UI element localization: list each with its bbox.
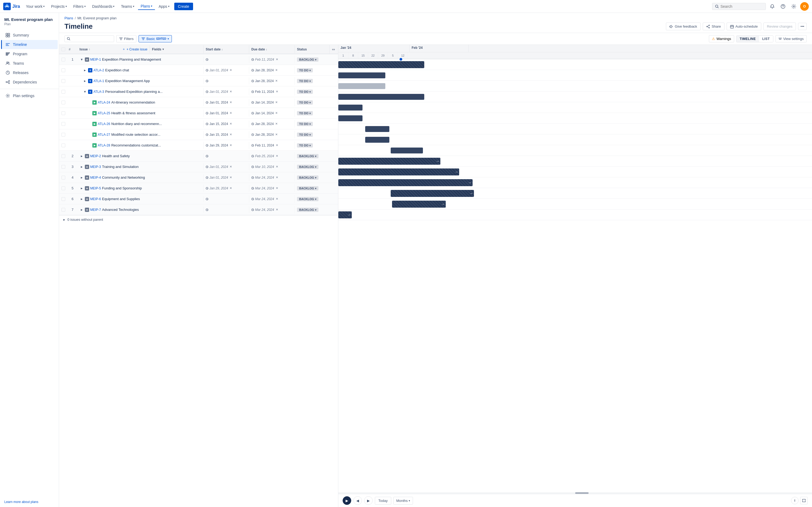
toolbar-search[interactable] [64, 36, 114, 42]
gantt-bar[interactable]: → [338, 168, 459, 175]
nav-back-button[interactable]: ◀ [353, 496, 362, 505]
nav-projects[interactable]: Projects ▾ [48, 3, 69, 10]
nav-apps[interactable]: Apps ▾ [156, 3, 172, 10]
nav-teams[interactable]: Teams ▾ [118, 3, 137, 10]
row-due-date[interactable]: Mar 10, 2024 ✕ [249, 163, 295, 170]
warnings-button[interactable]: ⚠ Warnings [709, 35, 734, 42]
nav-next-button[interactable]: ▶ [364, 496, 373, 505]
issue-key[interactable]: ATLA-28 [98, 144, 110, 147]
gantt-bar[interactable] [365, 126, 389, 132]
status-badge[interactable]: TO DO ▾ [297, 79, 313, 83]
row-due-date[interactable]: Mar 24, 2024 ✕ [249, 206, 295, 213]
sidebar-item-plan-settings[interactable]: Plan settings [1, 91, 58, 100]
expand-button[interactable]: ▸ [80, 197, 84, 201]
issue-key[interactable]: ATLA-3 [93, 90, 104, 94]
row-status[interactable]: TO DO ▾ [295, 88, 329, 96]
issue-key[interactable]: MEIP-5 [90, 186, 101, 190]
header-issue[interactable]: Issue ↕ [77, 45, 120, 53]
status-badge[interactable]: BACKLOG ▾ [297, 57, 318, 62]
issue-key[interactable]: ATLA-25 [98, 111, 110, 115]
row-due-date[interactable]: Jan 28, 2024 ✕ [249, 131, 295, 138]
list-toggle[interactable]: LIST [759, 36, 773, 42]
row-start-date[interactable]: Jan 01, 2024 ✕ [203, 67, 249, 74]
row-checkbox[interactable] [59, 110, 68, 117]
status-badge[interactable]: TO DO ▾ [297, 132, 313, 137]
row-status[interactable]: BACKLOG ▾ [295, 152, 329, 160]
review-changes-button[interactable]: Review changes [763, 22, 796, 30]
row-checkbox[interactable] [59, 131, 68, 138]
header-fields[interactable]: Fields ▾ [150, 45, 203, 53]
basic-filter-button[interactable]: Basic EDITED ▾ [139, 35, 171, 42]
row-status[interactable]: BACKLOG ▾ [295, 56, 329, 63]
row-checkbox[interactable] [59, 120, 68, 127]
gantt-bar[interactable]: → [338, 179, 472, 186]
row-checkbox[interactable] [59, 153, 68, 160]
sidebar-item-dependencies[interactable]: Dependencies [1, 77, 58, 87]
status-badge[interactable]: BACKLOG ▾ [297, 197, 318, 201]
status-badge[interactable]: TO DO ▾ [297, 143, 313, 148]
give-feedback-button[interactable]: Give feedback [666, 22, 701, 30]
sidebar-item-releases[interactable]: Releases [1, 68, 58, 77]
view-settings-button[interactable]: View settings [775, 35, 807, 42]
row-start-date[interactable] [203, 207, 249, 213]
nav-your-work[interactable]: Your work ▾ [23, 3, 47, 10]
row-checkbox[interactable] [59, 77, 68, 84]
nav-filters[interactable]: Filters ▾ [70, 3, 88, 10]
timeline-toggle[interactable]: TIMELINE [737, 36, 759, 42]
row-due-date[interactable]: Jan 14, 2024 ✕ [249, 110, 295, 117]
row-due-date[interactable]: Mar 24, 2024 ✕ [249, 174, 295, 181]
create-issue-button[interactable]: ＋ + Create issue [120, 45, 150, 54]
row-start-date[interactable] [203, 78, 249, 84]
expand-collapse-icon[interactable]: ⇔ [332, 47, 335, 52]
no-parent-issues[interactable]: ▸ 0 issues without parent [59, 215, 338, 224]
row-start-date[interactable]: Jan 15, 2024 ✕ [203, 131, 249, 138]
row-start-date[interactable]: Jan 01, 2024 ✕ [203, 88, 249, 95]
fullscreen-button[interactable] [800, 497, 808, 504]
row-status[interactable]: BACKLOG ▾ [295, 184, 329, 192]
row-status[interactable]: TO DO ▾ [295, 66, 329, 74]
nav-dashboards[interactable]: Dashboards ▾ [89, 3, 117, 10]
issue-key[interactable]: MEIP-7 [90, 208, 101, 212]
issue-key[interactable]: ATLA-24 [98, 101, 110, 104]
row-checkbox[interactable] [59, 185, 68, 192]
nav-plans[interactable]: Plans ▾ [138, 3, 155, 10]
status-badge[interactable]: BACKLOG ▾ [297, 208, 318, 212]
row-status[interactable]: TO DO ▾ [295, 77, 329, 85]
status-badge[interactable]: TO DO ▾ [297, 90, 313, 94]
user-avatar[interactable]: O [800, 2, 809, 11]
gantt-bar[interactable] [338, 115, 362, 121]
gantt-scrollbar-thumb[interactable] [575, 492, 589, 494]
row-due-date[interactable]: Mar 24, 2024 ✕ [249, 195, 295, 203]
expand-button[interactable]: ▸ [80, 165, 84, 169]
gantt-bar[interactable] [338, 61, 424, 68]
status-badge[interactable]: BACKLOG ▾ [297, 186, 318, 190]
row-status[interactable]: TO DO ▾ [295, 120, 329, 128]
settings-button[interactable] [790, 2, 798, 11]
status-badge[interactable]: TO DO ▾ [297, 111, 313, 115]
row-checkbox[interactable] [59, 195, 68, 203]
auto-schedule-button[interactable]: Auto-schedule [727, 22, 761, 30]
gantt-bar[interactable]: → [338, 211, 352, 218]
issue-key[interactable]: MEIP-1 [90, 58, 101, 61]
sidebar-item-teams[interactable]: Teams [1, 59, 58, 68]
row-start-date[interactable]: Jan 01, 2024 ✕ [203, 110, 249, 117]
expand-button[interactable]: ▾ [83, 90, 87, 94]
row-status[interactable]: BACKLOG ▾ [295, 163, 329, 171]
sidebar-learn-more[interactable]: Learn more about plans [0, 497, 59, 507]
header-start[interactable]: Start date ↕ [203, 45, 249, 53]
row-due-date[interactable]: Feb 11, 2024 ✕ [249, 142, 295, 149]
help-button[interactable] [779, 2, 787, 11]
nav-logo[interactable]: Jira [3, 3, 20, 10]
row-due-date[interactable]: Feb 25, 2024 ✕ [249, 153, 295, 160]
issue-key[interactable]: MEIP-6 [90, 197, 101, 201]
row-checkbox[interactable] [59, 174, 68, 181]
gantt-bar[interactable] [338, 83, 385, 89]
row-status[interactable]: BACKLOG ▾ [295, 195, 329, 203]
issue-key[interactable]: MEIP-4 [90, 176, 101, 179]
status-badge[interactable]: BACKLOG ▾ [297, 154, 318, 158]
row-start-date[interactable]: Jan 01, 2024 ✕ [203, 174, 249, 181]
header-due[interactable]: Due date ↕ [249, 45, 295, 53]
search-input[interactable] [720, 4, 758, 9]
row-due-date[interactable]: Mar 24, 2024 ✕ [249, 185, 295, 192]
row-status[interactable]: BACKLOG ▾ [295, 174, 329, 181]
